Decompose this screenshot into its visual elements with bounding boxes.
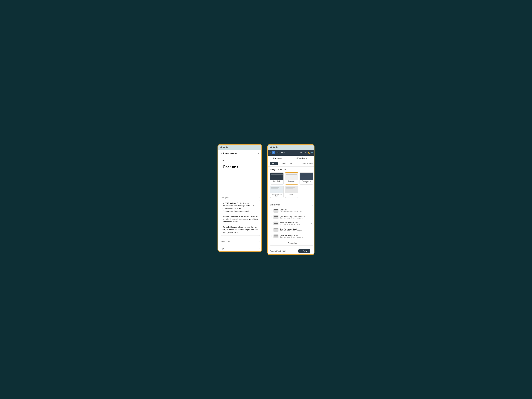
- section-sub-1: Card Text Image Hero Section | Ima…: [280, 211, 309, 212]
- add-section-button[interactable]: + Add section: [270, 241, 313, 246]
- revision-label: Latest revision: [302, 163, 312, 165]
- app-name: Vita CoRe: [276, 152, 299, 154]
- section-name-5: Block Text Image Section: [280, 234, 309, 236]
- nav-bar-dark: [271, 174, 283, 175]
- edit-panel-title: Edit Hero Section: [221, 152, 237, 154]
- nav-line-h-2: [286, 188, 293, 189]
- lang-badge: de: [283, 250, 286, 252]
- app-bar: ≡ VA Vita CoRe + Create 🔔 🔍: [268, 150, 315, 156]
- primary-cta-sync-icon[interactable]: ↻: [258, 240, 260, 242]
- list-item[interactable]: ⠿ Block Text Image Section Block Text Im…: [270, 233, 313, 239]
- main-container: Edit Hero Section × Title ↻ Über uns Des…: [177, 144, 355, 255]
- drag-handle-4[interactable]: ⠿: [271, 229, 272, 231]
- traffic-light-3: [226, 146, 228, 148]
- nav-variant-hidden-label: Hidden: [285, 194, 298, 195]
- nav-lines-translight: [271, 187, 283, 189]
- primary-cta-label: Primary CTA: [221, 240, 230, 242]
- list-item[interactable]: ⠿ Eine Auswahl unserer Kundenproje… Bloc…: [270, 214, 313, 220]
- nav-variant-hidden[interactable]: Hidden: [285, 186, 298, 198]
- drag-handle-1[interactable]: ⠿: [271, 210, 272, 212]
- comment-icon[interactable]: 💬: [308, 157, 310, 159]
- section-sub-4: Block Text Image Section | Image: ri…: [280, 230, 309, 232]
- nav-line-h-1: [286, 187, 295, 188]
- description-textarea[interactable]: Die VITA CoRe mit Sitz im Herzen von Düs…: [221, 200, 260, 236]
- publish-upload-icon: ⬆: [300, 250, 302, 252]
- section-thumb-2: [273, 215, 279, 219]
- title-section: Title ↻ Über uns: [218, 157, 262, 194]
- search-icon[interactable]: 🔍: [311, 152, 314, 154]
- section-sub-2: Block Text Image Section | Image: ri…: [280, 217, 309, 219]
- nav-variant-solid-dark-label: Solid (Dark): [270, 180, 284, 182]
- drag-handle-2[interactable]: ⠿: [271, 216, 272, 218]
- close-button[interactable]: ×: [257, 152, 260, 155]
- list-item[interactable]: ⠿ Über uns Card Text Image Hero Section …: [270, 208, 313, 214]
- logo-text: VA: [273, 152, 275, 153]
- seiteninhalt-header: Seiteninhalt ↻: [270, 204, 313, 206]
- title-input[interactable]: Über uns: [221, 163, 260, 192]
- nav-bar-light: [286, 174, 298, 175]
- left-titlebar: [218, 145, 261, 150]
- right-traffic-light-1: [270, 146, 272, 148]
- seiteninhalt-sync-icon[interactable]: ↻: [312, 204, 313, 206]
- nav-line-1: [271, 176, 280, 176]
- nav-lines-hidden: [286, 187, 298, 189]
- section-more-2[interactable]: ⋯: [310, 216, 312, 218]
- back-arrow[interactable]: ←: [270, 157, 272, 159]
- create-button[interactable]: + Create: [300, 152, 306, 154]
- nav-variant-transparent-dark[interactable]: Transparent on Dark: [299, 172, 313, 184]
- type-sync-icon[interactable]: ↻: [258, 247, 260, 250]
- section-thumb-5: [273, 234, 279, 238]
- nav-variant-grid: Solid (Dark) Solid (Light): [270, 172, 313, 198]
- nav-variant-solid-light-preview: [285, 173, 298, 180]
- nav-line-td-2: [301, 175, 308, 175]
- tab-seo[interactable]: SEO: [288, 162, 295, 165]
- hamburger-icon[interactable]: ≡: [270, 152, 271, 154]
- drag-handle-5[interactable]: ⠿: [271, 235, 272, 237]
- section-info-3: Block Text Image Section Block Text Imag…: [280, 222, 309, 225]
- section-thumb-1: [273, 209, 279, 213]
- section-info-4: Block Text Image Section Block Text Imag…: [280, 228, 309, 232]
- section-sub-5: Block Text Image Section | Image: l…: [280, 236, 309, 238]
- toolbar-icons: 💬 ⋯: [308, 157, 313, 159]
- list-item[interactable]: ⠿ Block Text Image Section Block Text Im…: [270, 220, 313, 227]
- more-options-icon[interactable]: ⋯: [311, 157, 313, 159]
- nav-line-tl-2: [271, 188, 278, 189]
- title-sync-icon[interactable]: ↻: [258, 159, 260, 162]
- seiteninhalt-section: Seiteninhalt ↻ ⠿ Über uns: [268, 202, 315, 247]
- notifications-icon[interactable]: 🔔: [307, 152, 310, 154]
- drag-handle-3[interactable]: ⠿: [271, 222, 272, 224]
- right-traffic-light-2: [273, 146, 275, 148]
- primary-cta-section: Primary CTA ↻: [218, 238, 262, 246]
- nav-variant-transparent-light[interactable]: Transparent on Light: [270, 186, 284, 198]
- nav-variant-solid-dark-preview: [270, 173, 284, 180]
- translations-button[interactable]: ⇄ Translations: [297, 157, 307, 159]
- type-label: Type: [221, 248, 224, 250]
- title-label: Title: [221, 159, 224, 161]
- traffic-light-1: [220, 146, 222, 148]
- nav-lines-transdark: [301, 174, 312, 176]
- nav-lines-dark: [271, 176, 283, 177]
- section-name-4: Block Text Image Section: [280, 228, 309, 230]
- navigation-variant-panel: Navigation Variant ↻ Solid (Dar: [268, 166, 315, 202]
- nav-variant-sync-icon[interactable]: ↻: [312, 168, 313, 171]
- bottom-more-icon[interactable]: ⋯: [311, 250, 313, 252]
- section-more-3[interactable]: ⋯: [310, 222, 312, 225]
- tab-editor[interactable]: Editor: [270, 162, 278, 165]
- section-more-1[interactable]: ⋯: [310, 210, 312, 212]
- section-info-2: Eine Auswahl unserer Kundenproje… Block …: [280, 215, 309, 219]
- translations-label: Translations: [298, 157, 307, 159]
- list-item[interactable]: ⠿ Block Text Image Section Block Text Im…: [270, 227, 313, 233]
- description-sync-icon[interactable]: ↻: [258, 196, 260, 199]
- title-section-header: Title ↻: [221, 159, 260, 162]
- section-more-4[interactable]: ⋯: [310, 229, 312, 231]
- revision-chevron-icon: ▾: [312, 163, 313, 165]
- nav-variant-solid-light[interactable]: Solid (Light): [285, 172, 298, 184]
- revision-select[interactable]: Latest revision ▾: [302, 163, 313, 165]
- section-name-1: Über uns: [280, 209, 309, 211]
- primary-cta-header: Primary CTA ↻: [221, 240, 260, 242]
- tab-preview[interactable]: Preview: [278, 162, 287, 165]
- nav-variant-solid-dark[interactable]: Solid (Dark): [270, 172, 284, 184]
- publish-button[interactable]: ⬆ Publish: [298, 249, 310, 253]
- right-browser-content: ≡ VA Vita CoRe + Create 🔔 🔍 ← Über uns: [268, 150, 315, 254]
- section-more-5[interactable]: ⋯: [310, 235, 312, 237]
